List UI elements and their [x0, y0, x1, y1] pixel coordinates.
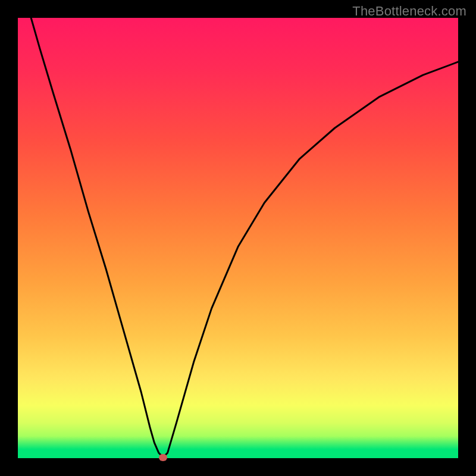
curve-path [31, 18, 458, 458]
vertex-marker [159, 454, 167, 461]
curve-svg [18, 18, 458, 458]
chart-frame: TheBottleneck.com [0, 0, 476, 476]
watermark-text: TheBottleneck.com [352, 4, 466, 19]
plot-area [18, 18, 458, 458]
